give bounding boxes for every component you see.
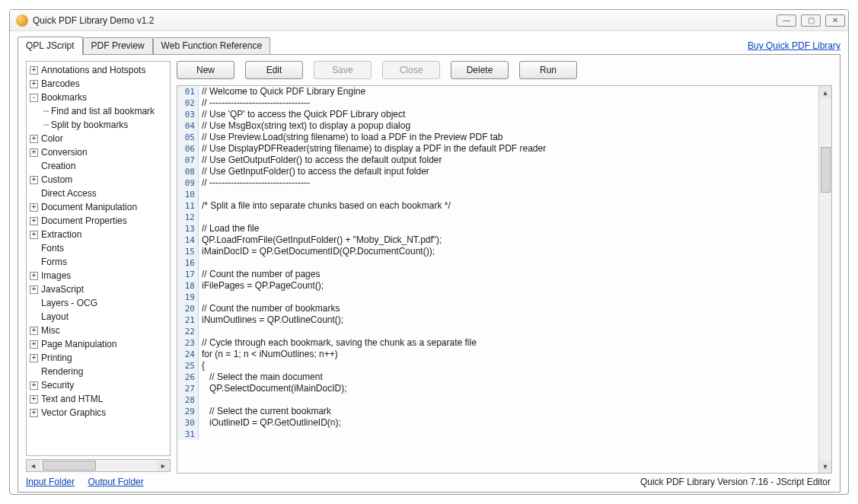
code-line[interactable] <box>202 257 818 269</box>
expand-icon[interactable]: + <box>30 148 38 157</box>
scroll-up-icon[interactable]: ▲ <box>819 86 831 99</box>
code-line[interactable]: // Use 'QP' to access the Quick PDF Libr… <box>202 109 818 120</box>
tree-item[interactable]: +Document Properties <box>27 214 170 228</box>
tree-item[interactable]: Fonts <box>27 241 170 255</box>
code-line[interactable]: // Select the main document <box>202 372 818 383</box>
code-line[interactable]: // Count the number of bookmarks <box>202 303 818 314</box>
scroll-right-icon[interactable]: ► <box>157 460 170 471</box>
code-line[interactable]: { <box>202 360 818 372</box>
expand-icon[interactable]: + <box>30 285 38 294</box>
tree-item[interactable]: Layers - OCG <box>27 296 170 310</box>
tree-item[interactable]: Creation <box>27 159 170 173</box>
edit-button[interactable]: Edit <box>245 61 303 79</box>
code-line[interactable]: iMainDocID = QP.GetDocumentID(QP.Documen… <box>202 246 818 257</box>
tree-item[interactable]: +Extraction <box>27 228 170 241</box>
tree-item[interactable]: Rendering <box>27 365 170 378</box>
expand-icon[interactable]: + <box>30 340 38 349</box>
code-editor[interactable]: 0102030405060708091011121314151617181920… <box>177 85 832 474</box>
tree-item[interactable]: Layout <box>27 310 170 324</box>
code-line[interactable] <box>202 292 818 303</box>
tree-item[interactable]: Direct Access <box>27 187 170 200</box>
collapse-icon[interactable]: - <box>30 94 38 102</box>
code-line[interactable]: // Use GetOutputFolder() to access the d… <box>202 155 818 166</box>
expand-icon[interactable]: + <box>30 176 38 184</box>
tree-item[interactable]: +Images <box>27 269 170 282</box>
maximize-button[interactable]: ▢ <box>801 14 821 27</box>
expand-icon[interactable]: + <box>30 327 38 335</box>
tab-qpl-jscript[interactable]: QPL JScript <box>18 37 83 55</box>
code-line[interactable] <box>202 189 818 200</box>
expand-icon[interactable]: + <box>30 272 38 280</box>
output-folder-link[interactable]: Output Folder <box>88 477 143 487</box>
code-line[interactable]: iNumOutlines = QP.OutlineCount(); <box>202 314 818 326</box>
tab-pdf-preview[interactable]: PDF Preview <box>83 37 153 54</box>
code-line[interactable] <box>202 212 818 223</box>
code-line[interactable]: // Use MsgBox(string text) to display a … <box>202 120 818 132</box>
expand-icon[interactable]: + <box>30 80 38 88</box>
tab-web-function-reference[interactable]: Web Function Reference <box>153 37 271 54</box>
tree-item[interactable]: +JavaScript <box>27 282 170 296</box>
expand-icon[interactable]: + <box>30 409 38 417</box>
input-folder-link[interactable]: Input Folder <box>26 477 75 487</box>
tree-item[interactable]: ⋯Find and list all bookmark <box>27 104 170 118</box>
expand-icon[interactable]: + <box>30 66 38 75</box>
tree-item[interactable]: +Text and HTML <box>27 392 170 406</box>
code-line[interactable]: QP.LoadFromFile(GetInputFolder() + "Moby… <box>202 234 818 246</box>
new-button[interactable]: New <box>177 61 234 79</box>
close-button[interactable]: Close <box>382 61 440 79</box>
tree-item[interactable]: +Page Manipulation <box>27 337 170 351</box>
buy-link[interactable]: Buy Quick PDF Library <box>748 40 840 54</box>
tree-item[interactable]: ⋯Split by bookmarks <box>27 118 170 132</box>
expand-icon[interactable]: + <box>30 395 38 404</box>
tree-horizontal-scrollbar[interactable]: ◄ ► <box>26 459 171 472</box>
tree-item[interactable]: -Bookmarks <box>27 91 170 104</box>
code-line[interactable]: QP.SelectDocument(iMainDocID); <box>202 383 818 394</box>
tree-item[interactable]: +Security <box>27 378 170 392</box>
scroll-left-icon[interactable]: ◄ <box>27 460 40 471</box>
code-line[interactable]: // Use DisplayPDFReader(string filename)… <box>202 143 818 155</box>
save-button[interactable]: Save <box>314 61 372 79</box>
category-tree[interactable]: +Annotations and Hotspots+Barcodes-Bookm… <box>26 61 171 456</box>
delete-button[interactable]: Delete <box>451 61 509 79</box>
code-line[interactable] <box>202 394 818 406</box>
minimize-button[interactable]: — <box>777 14 796 27</box>
code-line[interactable]: // Count the number of pages <box>202 269 818 280</box>
tree-item[interactable]: +Document Manipulation <box>27 200 170 214</box>
expand-icon[interactable]: + <box>30 217 38 225</box>
tree-item[interactable]: +Misc <box>27 324 170 337</box>
editor-vertical-scrollbar[interactable]: ▲ ▼ <box>818 86 831 473</box>
expand-icon[interactable]: + <box>30 354 38 362</box>
tree-item[interactable]: Forms <box>27 255 170 269</box>
expand-icon[interactable]: + <box>30 135 38 143</box>
title-bar[interactable]: Quick PDF Library Demo v1.2 — ▢ ✕ <box>10 10 848 31</box>
code-line[interactable]: /* Split a file into separate chunks bas… <box>202 200 818 212</box>
code-line[interactable]: // Use Preview.Load(string filename) to … <box>202 132 818 143</box>
code-line[interactable]: iOutlineID = QP.GetOutlineID(n); <box>202 417 818 429</box>
tree-item[interactable]: +Vector Graphics <box>27 406 170 419</box>
scroll-thumb[interactable] <box>43 461 96 471</box>
code-line[interactable]: // Cycle through each bookmark, saving t… <box>202 337 818 349</box>
scroll-down-icon[interactable]: ▼ <box>819 460 831 473</box>
tree-item[interactable]: +Color <box>27 132 170 145</box>
code-line[interactable]: for (n = 1; n < iNumOutlines; n++) <box>202 349 818 360</box>
tree-item[interactable]: +Annotations and Hotspots <box>27 63 170 77</box>
code-line[interactable] <box>202 326 818 337</box>
run-button[interactable]: Run <box>519 61 577 79</box>
code-line[interactable]: // Load the file <box>202 223 818 234</box>
close-window-button[interactable]: ✕ <box>825 14 845 27</box>
code-line[interactable]: // Use GetInputFolder() to access the de… <box>202 166 818 177</box>
expand-icon[interactable]: + <box>30 381 38 390</box>
tree-item[interactable]: +Custom <box>27 173 170 187</box>
expand-icon[interactable]: + <box>30 203 38 212</box>
vscroll-thumb[interactable] <box>821 147 831 193</box>
code-line[interactable]: // --------------------------------- <box>202 97 818 109</box>
code-line[interactable]: // --------------------------------- <box>202 177 818 189</box>
code-line[interactable]: // Welcome to Quick PDF Library Engine <box>202 86 818 97</box>
tree-item[interactable]: +Printing <box>27 351 170 365</box>
expand-icon[interactable]: + <box>30 231 38 239</box>
code-line[interactable]: // Select the current bookmark <box>202 406 818 417</box>
tree-item[interactable]: +Conversion <box>27 145 170 159</box>
code-line[interactable] <box>202 429 818 440</box>
tree-item[interactable]: +Barcodes <box>27 77 170 91</box>
code-line[interactable]: iFilePages = QP.PageCount(); <box>202 280 818 292</box>
